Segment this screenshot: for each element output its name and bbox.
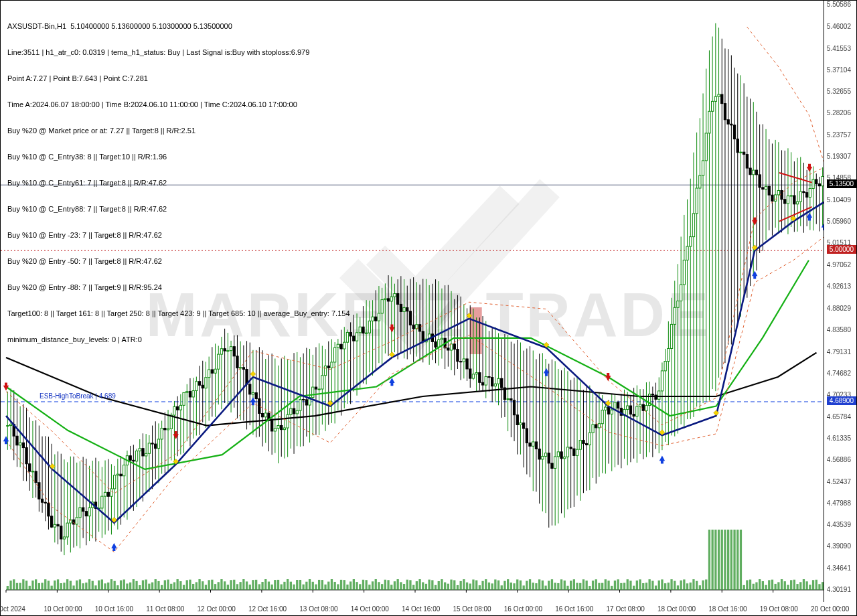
y-tick-label: 5.41553 xyxy=(827,45,851,52)
svg-rect-189 xyxy=(535,583,537,590)
svg-rect-590 xyxy=(491,378,493,386)
svg-rect-42 xyxy=(72,585,74,590)
svg-rect-56 xyxy=(116,585,119,590)
svg-rect-108 xyxy=(281,585,283,590)
svg-rect-40 xyxy=(66,579,68,590)
y-tick-label: 4.83580 xyxy=(827,326,851,333)
svg-rect-604 xyxy=(513,400,515,415)
svg-rect-610 xyxy=(523,423,525,429)
svg-rect-45 xyxy=(82,583,84,590)
svg-rect-183 xyxy=(516,579,518,590)
x-tick-label: 20 Oct 00:00 xyxy=(811,605,849,613)
svg-rect-362 xyxy=(133,460,135,461)
svg-rect-446 xyxy=(264,413,266,417)
svg-rect-360 xyxy=(129,456,131,461)
svg-rect-704 xyxy=(670,324,672,348)
svg-rect-742 xyxy=(730,124,732,125)
chart-container[interactable]: MARKETZTRADE AXSUSDT-Bin,H1 5.10400000 5… xyxy=(0,0,857,616)
svg-rect-57 xyxy=(120,581,122,590)
svg-rect-163 xyxy=(453,581,455,590)
svg-rect-412 xyxy=(211,370,213,373)
svg-rect-624 xyxy=(544,453,546,457)
svg-rect-648 xyxy=(582,441,585,444)
svg-rect-21 xyxy=(7,586,9,590)
svg-rect-734 xyxy=(718,94,720,96)
svg-rect-82 xyxy=(198,579,200,590)
svg-rect-750 xyxy=(743,152,745,154)
x-tick-label: 10 Oct 16:00 xyxy=(95,605,133,613)
svg-rect-554 xyxy=(435,341,437,347)
svg-rect-33 xyxy=(44,579,46,590)
price-box-red: 5.00000 xyxy=(827,245,856,254)
svg-rect-486 xyxy=(327,366,329,368)
svg-rect-128 xyxy=(343,580,345,590)
svg-rect-466 xyxy=(296,410,298,414)
svg-rect-626 xyxy=(548,453,550,463)
svg-rect-752 xyxy=(746,155,748,168)
svg-rect-55 xyxy=(114,581,116,590)
info-line: Buy %20 @ Market price or at: 7.27 || Ta… xyxy=(7,127,350,135)
svg-rect-193 xyxy=(548,581,550,590)
x-tick-label: 17 Oct 08:00 xyxy=(607,605,645,613)
svg-rect-392 xyxy=(179,405,181,410)
svg-rect-124 xyxy=(331,579,333,590)
volume-bars xyxy=(7,530,824,590)
svg-rect-67 xyxy=(151,583,153,590)
svg-rect-714 xyxy=(686,246,688,260)
y-tick-label: 4.52437 xyxy=(827,478,851,485)
info-line: Buy %10 @ C_Entry88: 7 || Target:8 || R/… xyxy=(7,205,350,214)
svg-rect-125 xyxy=(334,582,336,590)
svg-rect-194 xyxy=(551,579,553,590)
svg-rect-232 xyxy=(670,579,672,590)
x-tick-label: 10 Oct 00:00 xyxy=(44,605,82,613)
svg-rect-261 xyxy=(762,581,764,590)
svg-rect-109 xyxy=(283,582,285,590)
svg-rect-119 xyxy=(315,585,317,590)
svg-rect-244 xyxy=(708,530,710,590)
svg-rect-30 xyxy=(35,579,37,590)
svg-rect-576 xyxy=(469,369,471,378)
svg-rect-223 xyxy=(642,583,644,590)
svg-rect-185 xyxy=(523,585,525,590)
svg-rect-207 xyxy=(592,581,594,590)
svg-rect-24 xyxy=(16,583,18,590)
svg-rect-210 xyxy=(601,583,603,590)
svg-rect-94 xyxy=(236,584,238,590)
svg-rect-39 xyxy=(63,583,65,590)
svg-rect-93 xyxy=(233,580,235,590)
svg-rect-778 xyxy=(787,196,789,204)
svg-rect-273 xyxy=(799,582,801,590)
svg-rect-247 xyxy=(718,530,720,590)
svg-rect-192 xyxy=(544,586,546,590)
svg-rect-262 xyxy=(765,585,767,590)
svg-rect-205 xyxy=(586,581,588,590)
svg-rect-217 xyxy=(623,583,625,590)
svg-rect-236 xyxy=(683,579,685,590)
info-line: Time A:2024.06.07 18:00:00 | Time B:2024… xyxy=(7,100,350,109)
svg-rect-792 xyxy=(809,189,811,198)
svg-rect-46 xyxy=(85,583,87,590)
svg-rect-195 xyxy=(554,583,556,590)
svg-rect-196 xyxy=(557,583,559,590)
svg-rect-400 xyxy=(192,390,194,396)
svg-rect-712 xyxy=(683,260,685,285)
svg-rect-502 xyxy=(353,336,355,341)
svg-rect-149 xyxy=(409,580,411,590)
svg-rect-174 xyxy=(488,583,490,590)
svg-rect-468 xyxy=(299,400,301,411)
svg-rect-722 xyxy=(699,175,701,188)
svg-rect-211 xyxy=(605,579,607,590)
y-tick-label: 4.92613 xyxy=(827,283,851,290)
x-tick-label: 18 Oct 00:00 xyxy=(657,605,696,613)
svg-rect-356 xyxy=(123,465,125,476)
svg-rect-81 xyxy=(196,582,198,590)
svg-rect-89 xyxy=(220,579,222,590)
svg-rect-54 xyxy=(110,579,112,590)
x-tick-label: 12 Oct 00:00 xyxy=(198,605,236,613)
svg-rect-170 xyxy=(475,581,477,590)
svg-rect-570 xyxy=(460,362,462,362)
svg-rect-88 xyxy=(218,582,220,590)
svg-rect-76 xyxy=(179,581,181,590)
svg-rect-213 xyxy=(611,586,613,590)
svg-rect-508 xyxy=(362,327,364,333)
